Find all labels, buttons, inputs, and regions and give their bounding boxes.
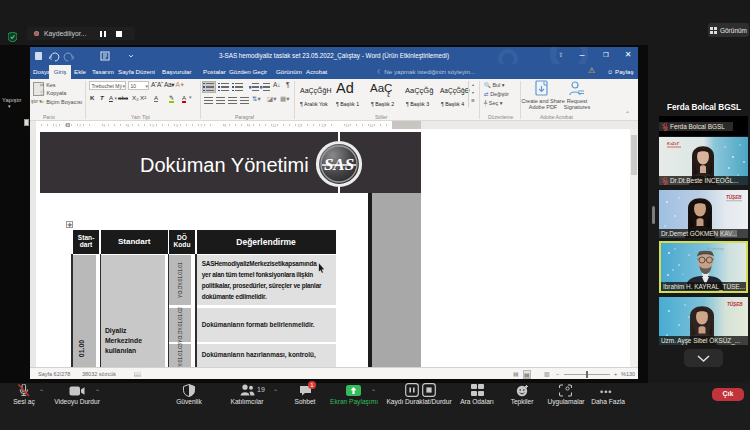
svg-text:KɔZɜT: KɔZɜT <box>667 141 680 146</box>
svg-text:da meetup: da meetup <box>707 247 724 251</box>
svg-text:TÜŞEB: TÜŞEB <box>727 300 743 306</box>
svg-text:TÜŞEB: TÜŞEB <box>726 194 742 200</box>
